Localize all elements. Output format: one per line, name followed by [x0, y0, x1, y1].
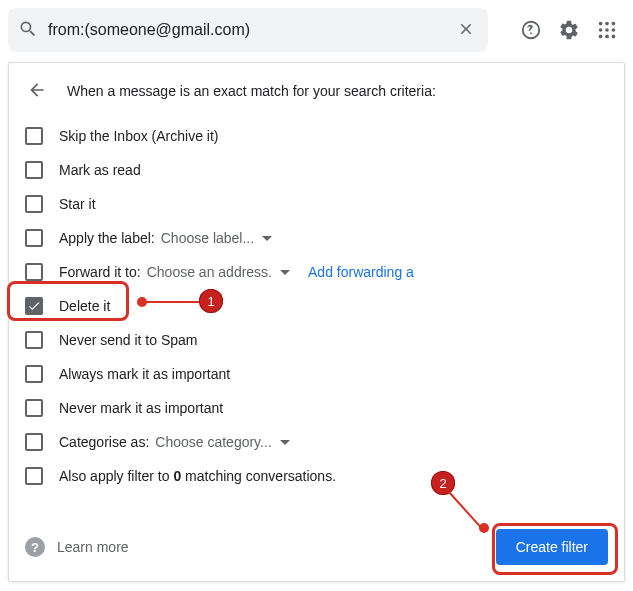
checkbox-delete-it[interactable]: [25, 297, 43, 315]
svg-point-8: [612, 35, 616, 39]
row-star-it: Star it: [25, 187, 608, 221]
dropdown-forward-text: Choose an address.: [147, 264, 272, 280]
label-skip-inbox: Skip the Inbox (Archive it): [59, 128, 219, 144]
label-always-important: Always mark it as important: [59, 366, 230, 382]
learn-more-link[interactable]: ? Learn more: [25, 537, 129, 557]
search-box[interactable]: from:(someone@gmail.com): [8, 8, 488, 52]
search-icon: [18, 19, 38, 42]
caret-down-icon: [280, 440, 290, 445]
label-never-spam: Never send it to Spam: [59, 332, 198, 348]
row-also-apply: Also apply filter to 0 matching conversa…: [25, 459, 608, 493]
settings-icon[interactable]: [557, 18, 581, 42]
panel-footer: ? Learn more Create filter: [25, 529, 608, 565]
link-add-forwarding[interactable]: Add forwarding a: [308, 264, 414, 280]
row-forward: Forward it to: Choose an address. Add fo…: [25, 255, 608, 289]
arrow-left-icon: [27, 80, 47, 103]
svg-point-7: [605, 35, 609, 39]
row-mark-read: Mark as read: [25, 153, 608, 187]
clear-search-button[interactable]: [454, 18, 478, 42]
help-circle-icon: ?: [25, 537, 45, 557]
label-apply-label: Apply the label:: [59, 230, 155, 246]
checkbox-apply-label[interactable]: [25, 229, 43, 247]
help-icon[interactable]: [519, 18, 543, 42]
close-icon: [457, 20, 475, 41]
checkbox-always-important[interactable]: [25, 365, 43, 383]
svg-point-6: [599, 35, 603, 39]
caret-down-icon: [280, 270, 290, 275]
label-delete-it: Delete it: [59, 298, 110, 314]
row-never-spam: Never send it to Spam: [25, 323, 608, 357]
checkbox-forward[interactable]: [25, 263, 43, 281]
dropdown-forward[interactable]: Choose an address.: [147, 264, 290, 280]
row-skip-inbox: Skip the Inbox (Archive it): [25, 119, 608, 153]
caret-down-icon: [262, 236, 272, 241]
dropdown-categorise[interactable]: Choose category...: [155, 434, 289, 450]
create-filter-button[interactable]: Create filter: [496, 529, 608, 565]
row-delete-it: Delete it: [25, 289, 608, 323]
dropdown-apply-label[interactable]: Choose label...: [161, 230, 272, 246]
row-never-important: Never mark it as important: [25, 391, 608, 425]
row-categorise: Categorise as: Choose category...: [25, 425, 608, 459]
svg-point-0: [599, 22, 603, 26]
annotation-line-2: [448, 491, 484, 531]
checkbox-also-apply[interactable]: [25, 467, 43, 485]
label-categorise: Categorise as:: [59, 434, 149, 450]
dropdown-categorise-text: Choose category...: [155, 434, 271, 450]
label-also-apply: Also apply filter to 0 matching conversa…: [59, 468, 336, 484]
checkbox-mark-read[interactable]: [25, 161, 43, 179]
checkbox-never-important[interactable]: [25, 399, 43, 417]
svg-point-5: [612, 28, 616, 32]
also-apply-prefix: Also apply filter to: [59, 468, 173, 484]
check-icon: [27, 299, 41, 313]
label-never-important: Never mark it as important: [59, 400, 223, 416]
back-button[interactable]: [25, 79, 49, 103]
top-icons: [519, 18, 625, 42]
also-apply-suffix: matching conversations.: [181, 468, 336, 484]
label-star-it: Star it: [59, 196, 96, 212]
svg-point-2: [612, 22, 616, 26]
label-forward: Forward it to:: [59, 264, 141, 280]
checkbox-skip-inbox[interactable]: [25, 127, 43, 145]
apps-icon[interactable]: [595, 18, 619, 42]
row-apply-label: Apply the label: Choose label...: [25, 221, 608, 255]
search-input[interactable]: from:(someone@gmail.com): [48, 21, 444, 39]
label-mark-read: Mark as read: [59, 162, 141, 178]
checkbox-star-it[interactable]: [25, 195, 43, 213]
panel-header: When a message is an exact match for you…: [25, 79, 608, 103]
filter-panel: When a message is an exact match for you…: [8, 62, 625, 582]
checkbox-never-spam[interactable]: [25, 331, 43, 349]
learn-more-text: Learn more: [57, 539, 129, 555]
dropdown-apply-label-text: Choose label...: [161, 230, 254, 246]
svg-point-3: [599, 28, 603, 32]
svg-point-1: [605, 22, 609, 26]
header-text: When a message is an exact match for you…: [67, 83, 436, 99]
row-always-important: Always mark it as important: [25, 357, 608, 391]
checkbox-categorise[interactable]: [25, 433, 43, 451]
svg-point-4: [605, 28, 609, 32]
topbar: from:(someone@gmail.com): [0, 0, 633, 58]
